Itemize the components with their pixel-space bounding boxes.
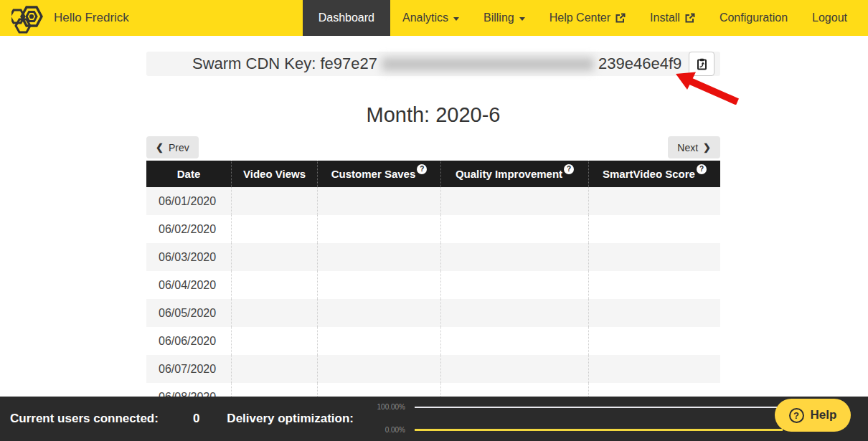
nav-label: Configuration — [720, 11, 788, 24]
table-header-row: Date Video Views Customer Saves ? Qualit… — [146, 161, 720, 187]
table-row: 06/07/2020 — [146, 355, 720, 383]
quality-improvement-cell — [440, 215, 588, 243]
video-views-cell — [231, 243, 317, 271]
nav-label: Logout — [812, 11, 847, 24]
cdn-key-bar: Swarm CDN Key: fe97e27 239e46e4f9 — [146, 52, 720, 76]
column-label: Date — [177, 168, 201, 180]
smartvideo-score-cell — [588, 299, 720, 327]
nav-item-help-center[interactable]: Help Center — [537, 0, 638, 36]
nav-item-analytics[interactable]: Analytics — [390, 0, 471, 36]
swarmify-logo-icon — [11, 1, 44, 34]
column-header-video-views: Video Views — [231, 161, 317, 187]
table-row: 06/04/2020 — [146, 271, 720, 299]
help-button-label: Help — [811, 408, 837, 422]
next-label: Next — [677, 142, 698, 153]
column-label: Customer Saves — [331, 168, 416, 180]
nav-label: Install — [650, 11, 680, 24]
help-button[interactable]: ? Help — [775, 399, 851, 432]
nav-item-install[interactable]: Install — [638, 0, 707, 36]
red-annotation-arrow — [671, 69, 742, 105]
nav-item-configuration[interactable]: Configuration — [707, 0, 800, 36]
smartvideo-score-cell — [588, 243, 720, 271]
nav-item-dashboard[interactable]: Dashboard — [303, 0, 390, 36]
quality-improvement-cell — [440, 299, 588, 327]
smartvideo-score-cell — [588, 327, 720, 355]
chevron-right-icon: ❯ — [703, 142, 711, 153]
smartvideo-score-cell — [588, 355, 720, 383]
column-label: Video Views — [243, 168, 306, 180]
nav-item-billing[interactable]: Billing — [471, 0, 537, 36]
brand[interactable]: Hello Fredrick — [0, 0, 129, 36]
column-header-quality-improvement: Quality Improvement ? — [440, 161, 588, 187]
users-connected-label: Current users connected: — [10, 412, 159, 426]
cdn-key-redacted — [382, 57, 594, 71]
column-header-smartvideo-score: SmartVideo Score ? — [588, 161, 720, 187]
status-footer: Current users connected: 0 Delivery opti… — [0, 397, 868, 441]
question-mark-icon: ? — [789, 408, 804, 423]
video-views-cell — [231, 187, 317, 215]
quality-improvement-cell — [440, 187, 588, 215]
quality-improvement-cell — [440, 243, 588, 271]
table-row: 06/06/2020 — [146, 327, 720, 355]
help-tooltip-icon[interactable]: ? — [697, 164, 707, 174]
video-views-cell — [231, 215, 317, 243]
external-link-icon — [685, 13, 695, 23]
help-tooltip-icon[interactable]: ? — [417, 164, 427, 174]
date-cell: 06/02/2020 — [146, 215, 231, 243]
chart-tick-100: 100.00% — [361, 403, 405, 411]
nav-label: Help Center — [549, 11, 610, 24]
table-row: 06/01/2020 — [146, 187, 720, 215]
chart-series-line — [415, 429, 783, 431]
chevron-down-icon — [453, 17, 459, 21]
smartvideo-score-cell — [588, 215, 720, 243]
date-cell: 06/06/2020 — [146, 327, 231, 355]
external-link-icon — [615, 13, 626, 23]
prev-month-button[interactable]: ❮ Prev — [146, 136, 199, 158]
users-connected-value: 0 — [193, 412, 199, 426]
stats-table: Date Video Views Customer Saves ? Qualit… — [146, 161, 720, 411]
nav-item-logout[interactable]: Logout — [800, 0, 859, 36]
video-views-cell — [231, 327, 317, 355]
month-pager: ❮ Prev Next ❯ — [146, 136, 720, 158]
customer-saves-cell — [317, 271, 440, 299]
month-heading: Month: 2020-6 — [146, 103, 720, 127]
date-cell: 06/04/2020 — [146, 271, 231, 299]
chart-row-100: 100.00% — [361, 403, 783, 411]
chevron-down-icon — [519, 17, 525, 21]
column-label: SmartVideo Score — [603, 168, 695, 180]
table-row: 06/03/2020 — [146, 243, 720, 271]
chart-gridline — [415, 407, 783, 408]
date-cell: 06/01/2020 — [146, 187, 231, 215]
chevron-left-icon: ❮ — [156, 142, 164, 153]
date-cell: 06/07/2020 — [146, 355, 231, 383]
greeting-text: Hello Fredrick — [54, 11, 129, 25]
video-views-cell — [231, 299, 317, 327]
nav-label: Analytics — [402, 11, 448, 24]
help-tooltip-icon[interactable]: ? — [564, 164, 574, 174]
chart-tick-0: 0.00% — [361, 426, 405, 434]
date-cell: 06/03/2020 — [146, 243, 231, 271]
nav-label: Dashboard — [319, 11, 374, 24]
customer-saves-cell — [317, 187, 440, 215]
smartvideo-score-cell — [588, 271, 720, 299]
next-month-button[interactable]: Next ❯ — [668, 136, 720, 158]
top-navbar: Hello Fredrick Dashboard Analytics Billi… — [0, 0, 868, 36]
video-views-cell — [231, 271, 317, 299]
quality-improvement-cell — [440, 327, 588, 355]
customer-saves-cell — [317, 327, 440, 355]
customer-saves-cell — [317, 215, 440, 243]
table-row: 06/05/2020 — [146, 299, 720, 327]
quality-improvement-cell — [440, 271, 588, 299]
customer-saves-cell — [317, 243, 440, 271]
cdn-key-suffix: 239e46e4f9 — [598, 54, 681, 73]
delivery-optimization-chart: 100.00% 0.00% — [361, 397, 783, 441]
video-views-cell — [231, 355, 317, 383]
date-cell: 06/05/2020 — [146, 299, 231, 327]
delivery-optimization-label: Delivery optimization: — [227, 412, 354, 426]
quality-improvement-cell — [440, 355, 588, 383]
column-header-customer-saves: Customer Saves ? — [317, 161, 440, 187]
customer-saves-cell — [317, 299, 440, 327]
customer-saves-cell — [317, 355, 440, 383]
clipboard-icon — [697, 58, 707, 70]
nav-label: Billing — [483, 11, 514, 24]
